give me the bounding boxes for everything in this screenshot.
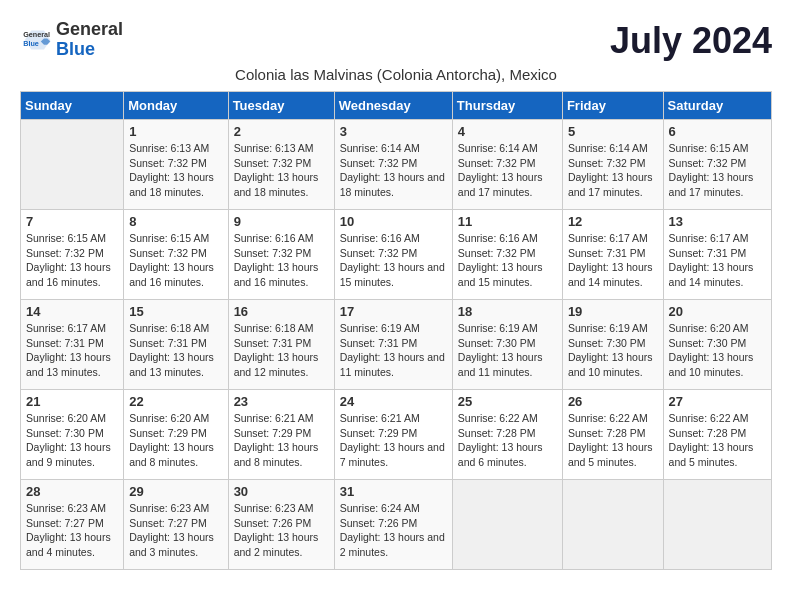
calendar-header: SundayMondayTuesdayWednesdayThursdayFrid… xyxy=(21,92,772,120)
day-number: 29 xyxy=(129,484,222,499)
calendar-cell: 18Sunrise: 6:19 AMSunset: 7:30 PMDayligh… xyxy=(452,300,562,390)
day-number: 5 xyxy=(568,124,658,139)
calendar-cell: 25Sunrise: 6:22 AMSunset: 7:28 PMDayligh… xyxy=(452,390,562,480)
weekday-header-friday: Friday xyxy=(562,92,663,120)
header-area: General Blue General Blue July 2024 xyxy=(20,20,772,62)
day-number: 15 xyxy=(129,304,222,319)
calendar-cell: 6Sunrise: 6:15 AMSunset: 7:32 PMDaylight… xyxy=(663,120,771,210)
day-info: Sunrise: 6:21 AMSunset: 7:29 PMDaylight:… xyxy=(340,411,447,470)
day-number: 20 xyxy=(669,304,766,319)
calendar-cell: 19Sunrise: 6:19 AMSunset: 7:30 PMDayligh… xyxy=(562,300,663,390)
calendar-cell: 17Sunrise: 6:19 AMSunset: 7:31 PMDayligh… xyxy=(334,300,452,390)
day-number: 23 xyxy=(234,394,329,409)
day-info: Sunrise: 6:16 AMSunset: 7:32 PMDaylight:… xyxy=(340,231,447,290)
logo-general-text: General xyxy=(56,19,123,39)
day-number: 6 xyxy=(669,124,766,139)
day-number: 22 xyxy=(129,394,222,409)
month-year-title: July 2024 xyxy=(610,20,772,62)
day-info: Sunrise: 6:14 AMSunset: 7:32 PMDaylight:… xyxy=(568,141,658,200)
calendar-cell: 9Sunrise: 6:16 AMSunset: 7:32 PMDaylight… xyxy=(228,210,334,300)
calendar-cell: 24Sunrise: 6:21 AMSunset: 7:29 PMDayligh… xyxy=(334,390,452,480)
day-number: 16 xyxy=(234,304,329,319)
weekday-header-thursday: Thursday xyxy=(452,92,562,120)
calendar-cell: 27Sunrise: 6:22 AMSunset: 7:28 PMDayligh… xyxy=(663,390,771,480)
calendar-cell: 10Sunrise: 6:16 AMSunset: 7:32 PMDayligh… xyxy=(334,210,452,300)
calendar-cell: 22Sunrise: 6:20 AMSunset: 7:29 PMDayligh… xyxy=(124,390,228,480)
day-info: Sunrise: 6:15 AMSunset: 7:32 PMDaylight:… xyxy=(26,231,118,290)
day-number: 27 xyxy=(669,394,766,409)
svg-text:General: General xyxy=(23,30,50,39)
calendar-cell: 23Sunrise: 6:21 AMSunset: 7:29 PMDayligh… xyxy=(228,390,334,480)
day-number: 7 xyxy=(26,214,118,229)
calendar-cell: 20Sunrise: 6:20 AMSunset: 7:30 PMDayligh… xyxy=(663,300,771,390)
calendar-cell: 8Sunrise: 6:15 AMSunset: 7:32 PMDaylight… xyxy=(124,210,228,300)
calendar-cell: 5Sunrise: 6:14 AMSunset: 7:32 PMDaylight… xyxy=(562,120,663,210)
calendar-cell: 14Sunrise: 6:17 AMSunset: 7:31 PMDayligh… xyxy=(21,300,124,390)
calendar-cell: 3Sunrise: 6:14 AMSunset: 7:32 PMDaylight… xyxy=(334,120,452,210)
day-info: Sunrise: 6:15 AMSunset: 7:32 PMDaylight:… xyxy=(129,231,222,290)
day-info: Sunrise: 6:17 AMSunset: 7:31 PMDaylight:… xyxy=(669,231,766,290)
day-number: 14 xyxy=(26,304,118,319)
weekday-header-saturday: Saturday xyxy=(663,92,771,120)
location-subtitle: Colonia las Malvinas (Colonia Antorcha),… xyxy=(20,66,772,83)
day-info: Sunrise: 6:13 AMSunset: 7:32 PMDaylight:… xyxy=(129,141,222,200)
weekday-header-monday: Monday xyxy=(124,92,228,120)
day-info: Sunrise: 6:23 AMSunset: 7:27 PMDaylight:… xyxy=(26,501,118,560)
calendar-cell: 15Sunrise: 6:18 AMSunset: 7:31 PMDayligh… xyxy=(124,300,228,390)
day-info: Sunrise: 6:14 AMSunset: 7:32 PMDaylight:… xyxy=(458,141,557,200)
svg-text:Blue: Blue xyxy=(23,38,39,47)
general-blue-icon: General Blue xyxy=(20,24,52,56)
calendar-cell xyxy=(21,120,124,210)
day-number: 2 xyxy=(234,124,329,139)
calendar-cell: 21Sunrise: 6:20 AMSunset: 7:30 PMDayligh… xyxy=(21,390,124,480)
day-number: 17 xyxy=(340,304,447,319)
calendar-week-row: 14Sunrise: 6:17 AMSunset: 7:31 PMDayligh… xyxy=(21,300,772,390)
calendar-cell: 4Sunrise: 6:14 AMSunset: 7:32 PMDaylight… xyxy=(452,120,562,210)
calendar-body: 1Sunrise: 6:13 AMSunset: 7:32 PMDaylight… xyxy=(21,120,772,570)
weekday-header-wednesday: Wednesday xyxy=(334,92,452,120)
day-info: Sunrise: 6:18 AMSunset: 7:31 PMDaylight:… xyxy=(234,321,329,380)
calendar-cell: 16Sunrise: 6:18 AMSunset: 7:31 PMDayligh… xyxy=(228,300,334,390)
calendar-cell: 7Sunrise: 6:15 AMSunset: 7:32 PMDaylight… xyxy=(21,210,124,300)
calendar-cell: 13Sunrise: 6:17 AMSunset: 7:31 PMDayligh… xyxy=(663,210,771,300)
calendar-table: SundayMondayTuesdayWednesdayThursdayFrid… xyxy=(20,91,772,570)
day-info: Sunrise: 6:19 AMSunset: 7:30 PMDaylight:… xyxy=(568,321,658,380)
calendar-cell: 31Sunrise: 6:24 AMSunset: 7:26 PMDayligh… xyxy=(334,480,452,570)
day-info: Sunrise: 6:16 AMSunset: 7:32 PMDaylight:… xyxy=(458,231,557,290)
day-info: Sunrise: 6:19 AMSunset: 7:30 PMDaylight:… xyxy=(458,321,557,380)
day-number: 4 xyxy=(458,124,557,139)
day-info: Sunrise: 6:24 AMSunset: 7:26 PMDaylight:… xyxy=(340,501,447,560)
calendar-cell: 11Sunrise: 6:16 AMSunset: 7:32 PMDayligh… xyxy=(452,210,562,300)
day-info: Sunrise: 6:23 AMSunset: 7:27 PMDaylight:… xyxy=(129,501,222,560)
day-info: Sunrise: 6:18 AMSunset: 7:31 PMDaylight:… xyxy=(129,321,222,380)
weekday-header-sunday: Sunday xyxy=(21,92,124,120)
day-info: Sunrise: 6:13 AMSunset: 7:32 PMDaylight:… xyxy=(234,141,329,200)
day-number: 21 xyxy=(26,394,118,409)
logo: General Blue General Blue xyxy=(20,20,123,60)
day-info: Sunrise: 6:14 AMSunset: 7:32 PMDaylight:… xyxy=(340,141,447,200)
calendar-cell: 29Sunrise: 6:23 AMSunset: 7:27 PMDayligh… xyxy=(124,480,228,570)
day-number: 25 xyxy=(458,394,557,409)
day-info: Sunrise: 6:20 AMSunset: 7:30 PMDaylight:… xyxy=(26,411,118,470)
day-info: Sunrise: 6:20 AMSunset: 7:29 PMDaylight:… xyxy=(129,411,222,470)
day-info: Sunrise: 6:23 AMSunset: 7:26 PMDaylight:… xyxy=(234,501,329,560)
day-info: Sunrise: 6:21 AMSunset: 7:29 PMDaylight:… xyxy=(234,411,329,470)
calendar-cell: 12Sunrise: 6:17 AMSunset: 7:31 PMDayligh… xyxy=(562,210,663,300)
day-info: Sunrise: 6:15 AMSunset: 7:32 PMDaylight:… xyxy=(669,141,766,200)
calendar-week-row: 21Sunrise: 6:20 AMSunset: 7:30 PMDayligh… xyxy=(21,390,772,480)
day-number: 24 xyxy=(340,394,447,409)
day-info: Sunrise: 6:17 AMSunset: 7:31 PMDaylight:… xyxy=(26,321,118,380)
day-number: 19 xyxy=(568,304,658,319)
day-info: Sunrise: 6:20 AMSunset: 7:30 PMDaylight:… xyxy=(669,321,766,380)
day-number: 11 xyxy=(458,214,557,229)
day-number: 26 xyxy=(568,394,658,409)
day-number: 28 xyxy=(26,484,118,499)
calendar-cell: 2Sunrise: 6:13 AMSunset: 7:32 PMDaylight… xyxy=(228,120,334,210)
calendar-cell xyxy=(562,480,663,570)
calendar-cell: 26Sunrise: 6:22 AMSunset: 7:28 PMDayligh… xyxy=(562,390,663,480)
calendar-cell: 30Sunrise: 6:23 AMSunset: 7:26 PMDayligh… xyxy=(228,480,334,570)
day-number: 8 xyxy=(129,214,222,229)
day-number: 12 xyxy=(568,214,658,229)
day-number: 1 xyxy=(129,124,222,139)
day-info: Sunrise: 6:16 AMSunset: 7:32 PMDaylight:… xyxy=(234,231,329,290)
